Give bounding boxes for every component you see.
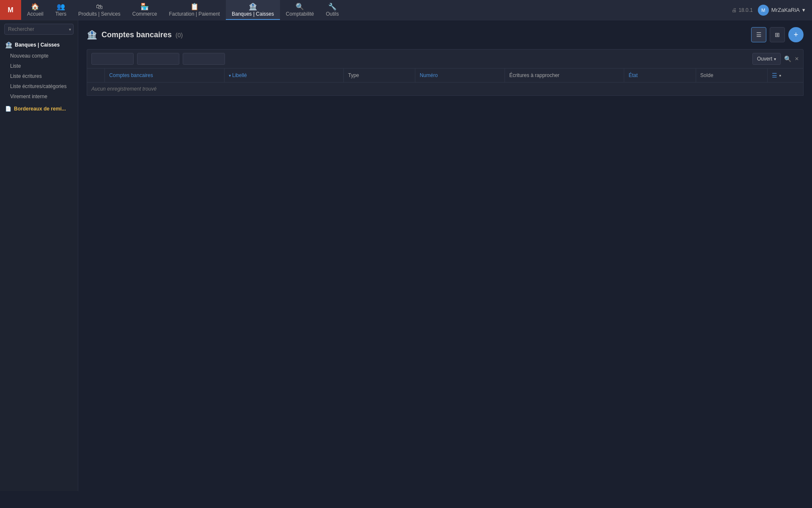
sidebar-item-virement-interne[interactable]: Virement interne	[0, 91, 78, 102]
filter-input-3[interactable]	[183, 53, 225, 65]
app-logo[interactable]: M	[0, 0, 21, 20]
filter-dropdown-icon: ▾	[774, 57, 776, 61]
sidebar-section-banques: 🏦 Banques | Caisses Nouveau compte Liste…	[0, 39, 78, 103]
th-comptes-bancaires[interactable]: Comptes bancaires	[105, 69, 224, 83]
sidebar-section-banques-label: Banques | Caisses	[15, 42, 60, 48]
th-etat[interactable]: État	[624, 69, 696, 83]
add-button[interactable]: +	[788, 27, 804, 42]
page-bank-icon: 🏦	[87, 30, 97, 40]
nav-item-produits-services[interactable]: 🛍 Produits | Services	[72, 0, 126, 20]
th-ecritures: Écritures à rapprocher	[505, 69, 624, 83]
grid-view-button[interactable]: ⊞	[770, 27, 785, 42]
logo-text: M	[8, 6, 13, 14]
nav-label-tiers: Tiers	[55, 11, 66, 17]
nav-label-commerce: Commerce	[132, 11, 157, 17]
page-actions: ☰ ⊞ +	[751, 27, 804, 42]
nav-label-banques-caisses: Banques | Caisses	[232, 11, 274, 17]
empty-message: Aucun enregistrement trouvé	[91, 86, 156, 92]
nav-label-produits-services: Produits | Services	[78, 11, 121, 17]
nav-label-accueil: Accueil	[27, 11, 44, 17]
nav-icon-commerce: 🏪	[140, 3, 149, 10]
nav-item-comptabilite[interactable]: 🔍 Comptabilité	[280, 0, 320, 20]
nav-item-accueil[interactable]: 🏠 Accueil	[21, 0, 49, 20]
nav-item-commerce[interactable]: 🏪 Commerce	[126, 0, 163, 20]
nav-label-facturation-paiement: Facturation | Paiement	[169, 11, 220, 17]
filter-badge-ouvert[interactable]: Ouvert ▾	[752, 53, 781, 65]
chevron-down-icon: ▾	[802, 7, 805, 13]
sidebar-item-liste-ecritures[interactable]: Liste écritures	[0, 71, 78, 81]
th-numero[interactable]: Numéro	[415, 69, 505, 83]
sidebar-search[interactable]: ▾	[4, 24, 74, 35]
sidebar-section-banques-header[interactable]: 🏦 Banques | Caisses	[0, 39, 78, 51]
search-icon-btn[interactable]: 🔍	[784, 55, 791, 62]
empty-row: Aucun enregistrement trouvé	[87, 83, 804, 96]
list-icon: ☰	[756, 31, 762, 38]
nav-icon-accueil: 🏠	[31, 3, 39, 10]
nav-icon-outils: 🔧	[328, 3, 337, 10]
table-header-row: Comptes bancaires ▾ Libellé Type Numéro …	[87, 69, 804, 83]
search-input[interactable]	[4, 24, 74, 35]
nav-items: 🏠 Accueil 👥 Tiers 🛍 Produits | Services …	[21, 0, 725, 20]
page-title-group: 🏦 Comptes bancaires (0)	[87, 30, 183, 40]
nav-right: 🖨 18.0.1 M MrZaKaRiA ▾	[725, 0, 812, 20]
nav-icon-produits-services: 🛍	[96, 3, 103, 10]
th-solde: Solde	[696, 69, 767, 83]
page-count: (0)	[176, 32, 183, 39]
username-label: MrZaKaRiA	[771, 7, 800, 13]
sidebar-section-bordereaux-label: Bordereaux de remi...	[14, 106, 66, 112]
filter-badge-label: Ouvert	[757, 56, 772, 62]
app-version: 🖨 18.0.1	[732, 7, 752, 13]
row-list-icon[interactable]: ☰	[772, 72, 777, 79]
nav-icon-comptabilite: 🔍	[296, 3, 304, 10]
sidebar-section-bordereaux-header[interactable]: 📄 Bordereaux de remi...	[0, 103, 78, 114]
content-area: 🏦 Comptes bancaires (0) ☰ ⊞ +	[78, 20, 812, 491]
grid-icon: ⊞	[775, 31, 780, 38]
sidebar-item-liste-ecritures-categories[interactable]: Liste écritures/catégories	[0, 81, 78, 91]
row-view-toggle: ☰ ▪	[772, 72, 799, 79]
main-layout: ▾ 🏦 Banques | Caisses Nouveau compte Lis…	[0, 20, 812, 491]
th-actions: ☰ ▪	[768, 69, 804, 83]
bordereaux-icon: 📄	[5, 106, 11, 112]
plus-icon: +	[794, 30, 798, 39]
sidebar: ▾ 🏦 Banques | Caisses Nouveau compte Lis…	[0, 20, 78, 491]
nav-label-outils: Outils	[326, 11, 339, 17]
sort-arrow-icon: ▾	[229, 73, 231, 78]
filter-input-2[interactable]	[137, 53, 179, 65]
th-type: Type	[344, 69, 415, 83]
sidebar-item-liste[interactable]: Liste	[0, 61, 78, 71]
th-libelle[interactable]: ▾ Libellé	[224, 69, 343, 83]
search-dropdown-icon: ▾	[69, 27, 71, 32]
nav-item-facturation-paiement[interactable]: 📋 Facturation | Paiement	[163, 0, 226, 20]
row-grid-icon[interactable]: ▪	[779, 72, 781, 79]
list-view-button[interactable]: ☰	[751, 27, 766, 42]
page-title: Comptes bancaires (0)	[102, 30, 183, 39]
nav-icon-facturation-paiement: 📋	[190, 3, 199, 10]
sidebar-item-nouveau-compte[interactable]: Nouveau compte	[0, 51, 78, 61]
nav-icon-banques-caisses: 🏦	[249, 3, 257, 10]
table-toolbar: Ouvert ▾ 🔍 ✕	[87, 49, 804, 68]
page-header: 🏦 Comptes bancaires (0) ☰ ⊞ +	[87, 27, 804, 42]
data-table: Comptes bancaires ▾ Libellé Type Numéro …	[87, 68, 804, 96]
user-avatar: M	[758, 5, 769, 16]
nav-item-outils[interactable]: 🔧 Outils	[320, 0, 345, 20]
nav-label-comptabilite: Comptabilité	[286, 11, 314, 17]
close-filter-btn[interactable]: ✕	[795, 56, 799, 62]
bank-icon: 🏦	[5, 41, 12, 48]
sidebar-section-bordereaux: 📄 Bordereaux de remi...	[0, 103, 78, 116]
nav-icon-tiers: 👥	[57, 3, 65, 10]
printer-icon: 🖨	[732, 7, 737, 13]
nav-item-tiers[interactable]: 👥 Tiers	[49, 0, 72, 20]
filter-input-1[interactable]	[91, 53, 134, 65]
user-menu[interactable]: M MrZaKaRiA ▾	[758, 5, 805, 16]
th-checkbox	[87, 69, 105, 83]
navbar: M 🏠 Accueil 👥 Tiers 🛍 Produits | Service…	[0, 0, 812, 20]
nav-item-banques-caisses[interactable]: 🏦 Banques | Caisses	[226, 0, 280, 20]
